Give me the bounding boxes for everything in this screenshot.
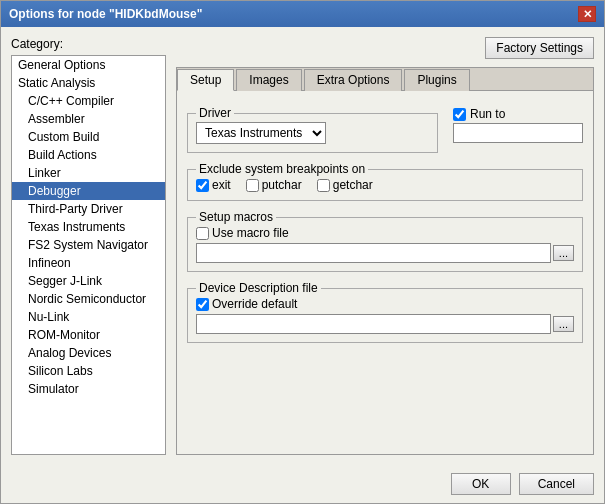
breakpoints-checkboxes: exit putchar getchar <box>196 178 574 192</box>
device-browse-button[interactable]: ... <box>553 316 574 332</box>
category-item[interactable]: Debugger <box>12 182 165 200</box>
category-item[interactable]: Infineon <box>12 254 165 272</box>
macro-input-row: ... <box>196 243 574 263</box>
category-list: General OptionsStatic AnalysisC/C++ Comp… <box>11 55 166 455</box>
tab-images[interactable]: Images <box>236 69 301 91</box>
exclude-group: Exclude system breakpoints on exit putch… <box>187 169 583 201</box>
device-group: Device Description file Override default… <box>187 288 583 343</box>
cancel-button[interactable]: Cancel <box>519 473 594 495</box>
category-item[interactable]: Nordic Semiconductor <box>12 290 165 308</box>
exclude-section-label: Exclude system breakpoints on <box>196 162 368 176</box>
category-item[interactable]: Analog Devices <box>12 344 165 362</box>
use-macro-label: Use macro file <box>212 226 289 240</box>
tab-plugins[interactable]: Plugins <box>404 69 469 91</box>
run-to-group: Run to main <box>453 107 583 143</box>
close-button[interactable]: ✕ <box>578 6 596 22</box>
exit-checkbox[interactable] <box>196 179 209 192</box>
putchar-checkbox-item: putchar <box>246 178 302 192</box>
exit-label: exit <box>212 178 231 192</box>
category-item[interactable]: Build Actions <box>12 146 165 164</box>
category-item[interactable]: FS2 System Navigator <box>12 236 165 254</box>
run-to-checkbox[interactable] <box>453 108 466 121</box>
category-item[interactable]: C/C++ Compiler <box>12 92 165 110</box>
factory-settings-button[interactable]: Factory Settings <box>485 37 594 59</box>
putchar-label: putchar <box>262 178 302 192</box>
tab-setup[interactable]: Setup <box>177 69 234 91</box>
category-item[interactable]: Simulator <box>12 380 165 398</box>
driver-select[interactable]: Texas Instruments <box>196 122 429 144</box>
category-item[interactable]: Custom Build <box>12 128 165 146</box>
getchar-checkbox[interactable] <box>317 179 330 192</box>
category-item[interactable]: ROM-Monitor <box>12 326 165 344</box>
category-label: Category: <box>11 37 166 51</box>
category-item[interactable]: Texas Instruments <box>12 218 165 236</box>
getchar-label: getchar <box>333 178 373 192</box>
device-path-row: $TOOLKIT_DIR$\config\devices\Texas Instr… <box>196 314 574 334</box>
device-path-input[interactable]: $TOOLKIT_DIR$\config\devices\Texas Instr… <box>196 314 551 334</box>
run-to-input[interactable]: main <box>453 123 583 143</box>
override-row: Override default <box>196 297 574 311</box>
tabs-row: SetupImagesExtra OptionsPlugins <box>177 68 593 91</box>
getchar-checkbox-item: getchar <box>317 178 373 192</box>
content-area: Category: General OptionsStatic Analysis… <box>1 27 604 465</box>
right-panel: Factory Settings SetupImagesExtra Option… <box>176 37 594 455</box>
run-to-label: Run to <box>470 107 505 121</box>
category-item[interactable]: Assembler <box>12 110 165 128</box>
tab-content: Driver Texas Instruments Run to <box>177 91 593 454</box>
override-label: Override default <box>212 297 297 311</box>
category-item[interactable]: Static Analysis <box>12 74 165 92</box>
factory-btn-row: Factory Settings <box>176 37 594 59</box>
main-window: Options for node "HIDKbdMouse" ✕ Categor… <box>0 0 605 504</box>
tabs-area: SetupImagesExtra OptionsPlugins Driver T… <box>176 67 594 455</box>
macro-file-input[interactable] <box>196 243 551 263</box>
driver-dropdown[interactable]: Texas Instruments <box>196 122 326 144</box>
device-section-label: Device Description file <box>196 281 321 295</box>
window-title: Options for node "HIDKbdMouse" <box>9 7 202 21</box>
driver-group: Driver Texas Instruments <box>187 113 438 153</box>
macro-group: Setup macros Use macro file ... <box>187 217 583 272</box>
left-panel: Category: General OptionsStatic Analysis… <box>11 37 166 455</box>
tab-extra-options[interactable]: Extra Options <box>304 69 403 91</box>
macro-browse-button[interactable]: ... <box>553 245 574 261</box>
macro-section-label: Setup macros <box>196 210 276 224</box>
category-item[interactable]: Nu-Link <box>12 308 165 326</box>
category-item[interactable]: Third-Party Driver <box>12 200 165 218</box>
driver-section-label: Driver <box>196 106 234 120</box>
use-macro-row: Use macro file <box>196 226 574 240</box>
ok-button[interactable]: OK <box>451 473 511 495</box>
category-item[interactable]: General Options <box>12 56 165 74</box>
use-macro-checkbox[interactable] <box>196 227 209 240</box>
titlebar: Options for node "HIDKbdMouse" ✕ <box>1 1 604 27</box>
putchar-checkbox[interactable] <box>246 179 259 192</box>
category-item[interactable]: Linker <box>12 164 165 182</box>
bottom-buttons: OK Cancel <box>1 465 604 503</box>
category-item[interactable]: Silicon Labs <box>12 362 165 380</box>
exit-checkbox-item: exit <box>196 178 231 192</box>
category-item[interactable]: Segger J-Link <box>12 272 165 290</box>
override-checkbox[interactable] <box>196 298 209 311</box>
